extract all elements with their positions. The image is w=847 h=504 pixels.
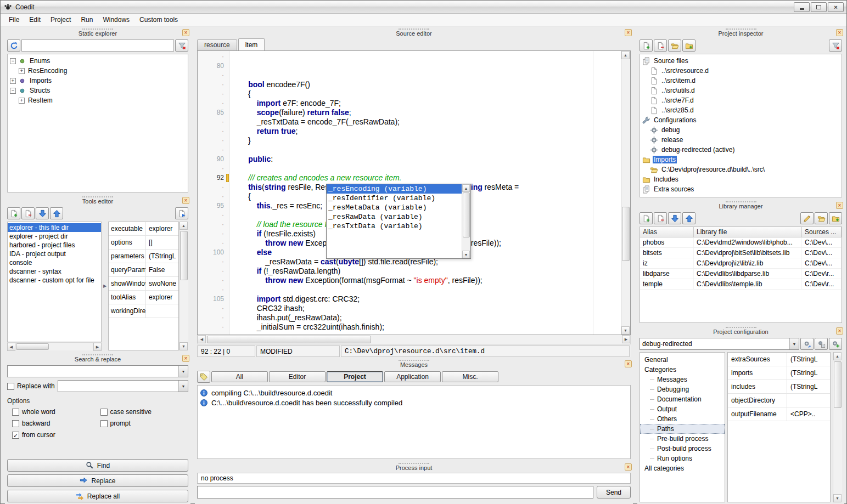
tool-list-item[interactable]: console [8,258,101,267]
close-panel-icon[interactable]: × [836,327,843,335]
tree-item[interactable]: debug [640,125,842,135]
config-prop-row[interactable]: imports(TStringL [728,366,830,380]
tree-item[interactable]: ..\src\e7F.d [640,95,842,105]
close-panel-icon[interactable]: × [836,29,843,36]
replace-with-checkbox[interactable] [7,383,14,390]
tree-item[interactable]: Imports [640,155,842,165]
gutter-line[interactable]: 105 [198,295,224,304]
code-line[interactable]: throw new Exception(format(msgFormat ~ "… [231,276,621,285]
gutter-line[interactable]: · [198,164,224,173]
gutter-line[interactable]: · [198,313,224,322]
tool-list-item[interactable]: explorer - project dir [8,232,101,241]
gutter-line[interactable]: · [198,220,224,229]
config-prop-row[interactable]: includes(TStringL [728,380,830,394]
config-prop-row[interactable]: objectDirectory [728,394,830,407]
completion-item[interactable]: _resIdentifier (variable) [327,194,462,203]
code-line[interactable]: } [231,136,621,145]
gear-sync-button[interactable] [800,338,814,350]
prop-value[interactable]: swoNone [146,280,178,287]
category-item[interactable]: Run options [640,454,725,463]
collapse-icon[interactable]: − [10,58,16,64]
tree-item[interactable]: Includes [640,174,842,184]
library-row[interactable]: phobosC:\Dev\dmd2\windows\lib\phob...C:\… [640,237,842,248]
gutter-line[interactable]: · [198,80,224,89]
tool-prop-row[interactable]: workingDirect [109,304,178,318]
tool-list-item[interactable]: IDA - project output [8,250,101,258]
prop-value[interactable]: <CPP>.. [787,410,830,418]
scroll-up-icon[interactable]: ▲ [462,184,470,192]
gutter-line[interactable]: · [198,192,224,201]
checkbox-prompt[interactable]: prompt [100,420,189,427]
gutter-line[interactable]: 80 [198,61,224,71]
gutter-line[interactable]: · [198,117,224,127]
column-header[interactable]: Alias [640,227,694,237]
tree-item[interactable]: +ResEncoding [8,66,188,76]
panel-header[interactable]: Source editor× [195,28,633,37]
vertical-scrollbar[interactable]: ▲ ▼ [621,51,630,335]
category-item[interactable]: Categories [640,365,725,375]
tree-item[interactable]: Extra sources [640,184,842,194]
menu-windows[interactable]: Windows [98,14,134,25]
gutter-line[interactable]: 95 [198,201,224,211]
gutter-line[interactable]: · [198,276,224,285]
checkbox-from-cursor[interactable]: ✓from cursor [12,431,100,439]
gutter-line[interactable]: · [198,136,224,145]
panel-header[interactable]: Static explorer× [5,28,190,37]
doc-plus-button[interactable] [640,212,653,224]
close-panel-icon[interactable]: × [182,197,189,204]
scroll-up-icon[interactable]: ▲ [621,51,630,59]
prop-value[interactable]: [] [146,239,178,246]
tool-prop-row[interactable]: executableexplorer [109,222,178,236]
menu-edit[interactable]: Edit [24,14,46,25]
filter-button[interactable] [829,39,842,52]
gutter-line[interactable]: · [198,52,224,61]
gutter-line[interactable]: 92 [198,173,224,183]
completion-item[interactable]: _resTxtData (variable) [327,222,462,231]
scroll-down-icon[interactable]: ▼ [180,342,188,350]
gutter-line[interactable]: · [198,267,224,276]
expand-icon[interactable]: + [19,68,25,74]
gutter-line[interactable]: · [198,127,224,136]
gutter-line[interactable]: 100 [198,248,224,257]
library-row[interactable]: templeC:\Dev\dlibs\temple.libC:\Dev\r... [640,279,842,290]
code-line[interactable]: _initialSum = crc322uint(ihash.finish); [231,322,621,332]
tree-item[interactable]: Source files [640,56,842,66]
edit-button[interactable] [800,212,814,224]
category-item[interactable]: Output [640,404,725,414]
tool-list-item[interactable]: harbored - project files [8,241,101,250]
panel-header[interactable]: Search & replace× [5,354,190,363]
tree-item[interactable]: ..\src\resource.d [640,66,842,76]
filter-editor-button[interactable]: Editor [269,371,326,382]
scroll-left-icon[interactable]: ◀ [198,335,206,343]
folder-open-button[interactable] [815,212,828,224]
maximize-button[interactable] [811,2,827,12]
drag-grip[interactable] [399,29,429,30]
close-button[interactable]: × [828,2,844,12]
filter-project-button[interactable]: Project [327,371,383,382]
tree-item[interactable]: ..\src\utils.d [640,86,842,95]
line-number-gutter[interactable]: ·80····85····90·92··95····100····105··· [198,51,229,335]
search-term-input[interactable] [8,366,178,377]
panel-header[interactable]: Process input× [195,462,633,472]
gutter-line[interactable]: · [198,99,224,108]
expand-icon[interactable]: + [10,78,16,84]
checkbox-case-sensitive[interactable]: case sensitive [100,408,189,416]
drag-grip[interactable] [726,29,756,30]
replace-term-combo[interactable]: ▼ [58,380,188,392]
chevron-down-icon[interactable]: ▼ [178,366,188,377]
scroll-up-icon[interactable]: ▲ [180,222,188,230]
close-panel-icon[interactable]: × [625,463,632,471]
gutter-line[interactable]: · [198,257,224,267]
tool-prop-row[interactable]: showWindowsswoNone [109,277,178,291]
tree-item[interactable]: +ResItem [8,95,188,105]
gutter-line[interactable]: · [198,71,224,80]
vertical-scrollbar[interactable]: ▲ ▼ [179,222,188,350]
panel-header[interactable]: Messages× [195,359,633,369]
replace-all-button[interactable]: Replace all [7,490,188,502]
doc-plus-button[interactable] [640,39,653,52]
checkbox-backward[interactable]: backward [12,420,100,427]
gutter-line[interactable]: · [198,229,224,239]
code-line[interactable] [231,164,621,173]
gutter-line[interactable]: · [198,239,224,248]
doc-minus-button[interactable] [654,39,667,52]
